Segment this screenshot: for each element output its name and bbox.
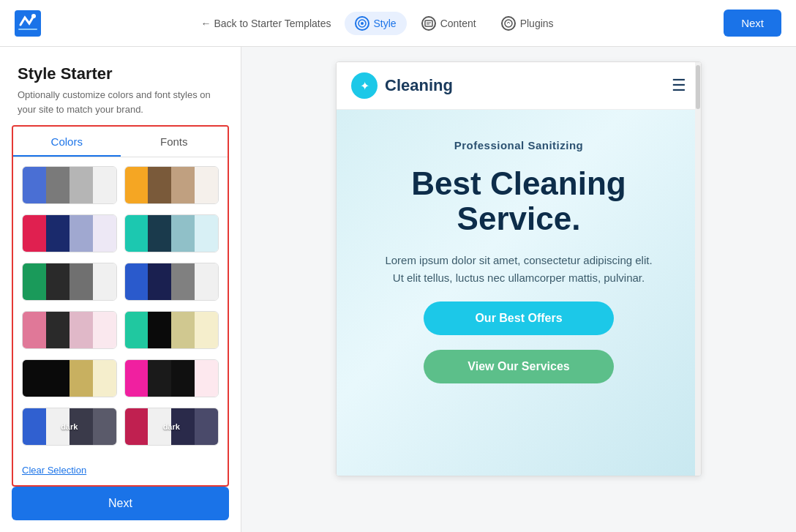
color-swatch xyxy=(93,263,116,300)
color-swatch xyxy=(125,408,149,445)
svg-point-3 xyxy=(361,22,364,25)
svg-rect-4 xyxy=(425,20,432,26)
colors-grid: darkdark xyxy=(13,157,228,457)
tab-fonts[interactable]: Fonts xyxy=(121,127,228,157)
sidebar-header: Style Starter Optionally customize color… xyxy=(0,47,241,125)
color-swatch xyxy=(46,263,70,300)
color-swatch xyxy=(195,167,218,203)
nav-step-content[interactable]: Content xyxy=(411,12,487,35)
color-swatch-set-10[interactable] xyxy=(124,359,219,397)
color-swatch xyxy=(93,312,116,348)
preview-site-logo-icon: ✦ xyxy=(351,72,378,99)
color-swatch xyxy=(171,215,195,252)
color-swatch-set-5[interactable] xyxy=(22,263,117,301)
color-swatch xyxy=(46,360,70,397)
tab-colors[interactable]: Colors xyxy=(13,127,121,157)
preview-hero-description: Lorem ipsum dolor sit amet, consectetur … xyxy=(380,252,658,287)
color-swatch xyxy=(195,215,218,252)
style-step-icon xyxy=(355,16,369,31)
color-swatch xyxy=(93,360,116,397)
color-swatch-set-6[interactable] xyxy=(124,263,219,301)
preview-area: ✦ Cleaning ☰ Professional Sanitizing Bes… xyxy=(241,47,796,532)
color-swatch xyxy=(195,408,218,445)
color-swatch xyxy=(46,167,70,203)
tabs-header: Colors Fonts xyxy=(13,127,228,157)
sidebar-next-button[interactable]: Next xyxy=(12,487,229,520)
color-swatch xyxy=(171,360,195,397)
plugins-step-icon xyxy=(501,16,516,31)
main-layout: Style Starter Optionally customize color… xyxy=(0,47,796,532)
style-step-label: Style xyxy=(374,18,397,29)
color-swatch-set-9[interactable] xyxy=(22,359,117,397)
nav-step-style[interactable]: Style xyxy=(345,12,407,35)
color-swatch xyxy=(195,263,218,300)
preview-secondary-button[interactable]: View Our Services xyxy=(424,350,614,383)
plugins-step-label: Plugins xyxy=(520,18,554,29)
sidebar-title: Style Starter xyxy=(18,64,223,83)
svg-point-7 xyxy=(505,20,512,27)
tabs-container: Colors Fonts darkdark Clear Selection xyxy=(12,125,229,487)
color-swatch-set-8[interactable] xyxy=(124,311,219,349)
color-swatch xyxy=(46,312,70,348)
svg-rect-0 xyxy=(15,10,41,37)
color-swatch xyxy=(171,408,195,445)
color-swatch xyxy=(148,167,171,203)
color-swatch xyxy=(93,408,116,445)
color-swatch xyxy=(23,167,46,203)
color-swatch xyxy=(195,312,218,348)
color-swatch-set-3[interactable] xyxy=(22,214,117,252)
svg-point-1 xyxy=(31,14,36,18)
color-swatch xyxy=(23,215,46,252)
preview-frame: ✦ Cleaning ☰ Professional Sanitizing Bes… xyxy=(336,61,702,476)
scrollbar-thumb xyxy=(696,65,700,109)
color-swatch xyxy=(125,167,149,203)
color-swatch xyxy=(93,167,116,203)
clear-selection-link[interactable]: Clear Selection xyxy=(22,465,86,476)
top-header: ← Back to Starter Templates Style Conten… xyxy=(0,0,796,47)
color-swatch-set-1[interactable] xyxy=(22,166,117,204)
color-swatch xyxy=(195,360,218,397)
color-swatch-set-7[interactable] xyxy=(22,311,117,349)
sidebar-subtitle: Optionally customize colors and font sty… xyxy=(18,88,223,116)
nav-step-plugins[interactable]: Plugins xyxy=(491,12,564,35)
color-swatch xyxy=(148,263,171,300)
color-swatch xyxy=(70,408,93,445)
color-swatch-set-4[interactable] xyxy=(124,214,219,252)
color-swatch xyxy=(70,263,93,300)
color-swatch xyxy=(93,215,116,252)
color-swatch xyxy=(148,408,171,445)
preview-scrollbar xyxy=(695,62,701,476)
color-swatch xyxy=(171,312,195,348)
preview-hero-title: Best Cleaning Service. xyxy=(358,166,679,237)
color-swatch xyxy=(148,312,171,348)
color-swatch xyxy=(70,215,93,252)
content-step-label: Content xyxy=(440,18,476,29)
color-swatch xyxy=(125,312,149,348)
color-swatch xyxy=(148,215,171,252)
color-swatch xyxy=(125,215,149,252)
color-swatch xyxy=(125,263,149,300)
header-nav: ← Back to Starter Templates Style Conten… xyxy=(201,12,564,35)
color-swatch xyxy=(46,215,70,252)
color-swatch-set-2[interactable] xyxy=(124,166,219,204)
clear-selection-container: Clear Selection xyxy=(13,457,228,485)
color-swatch xyxy=(171,167,195,203)
sidebar: Style Starter Optionally customize color… xyxy=(0,47,241,532)
preview-hero: Professional Sanitizing Best Cleaning Se… xyxy=(337,110,701,476)
color-swatch xyxy=(70,312,93,348)
preview-hamburger-icon: ☰ xyxy=(672,76,686,95)
color-swatch-set-12[interactable]: dark xyxy=(124,408,219,446)
preview-nav: ✦ Cleaning ☰ xyxy=(337,62,701,110)
color-swatch xyxy=(23,408,46,445)
color-swatch xyxy=(125,360,149,397)
content-step-icon xyxy=(421,16,436,31)
preview-hero-subtitle: Professional Sanitizing xyxy=(454,139,584,151)
header-next-button[interactable]: Next xyxy=(724,10,781,37)
color-swatch xyxy=(46,408,70,445)
color-swatch xyxy=(70,167,93,203)
color-swatch xyxy=(23,360,46,397)
preview-primary-button[interactable]: Our Best Offers xyxy=(424,301,614,335)
back-to-templates-link[interactable]: ← Back to Starter Templates xyxy=(201,18,331,29)
color-swatch-set-11[interactable]: dark xyxy=(22,408,117,446)
color-swatch xyxy=(171,263,195,300)
